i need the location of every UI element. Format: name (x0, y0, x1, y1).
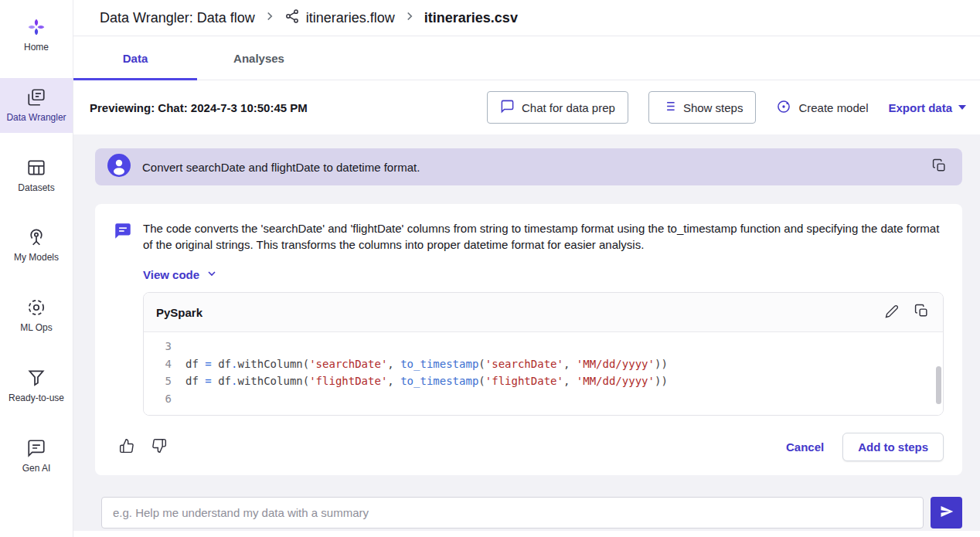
assistant-message-text: The code converts the 'searchDate' and '… (143, 221, 943, 253)
thumbs-down-icon (151, 438, 167, 456)
previewing-label: Previewing: Chat: 2024-7-3 10:50:45 PM (90, 101, 308, 114)
chat-input[interactable] (101, 497, 924, 529)
sidebar-item-label: ML Ops (20, 323, 53, 334)
send-button[interactable] (931, 497, 962, 529)
code-line: 3 (151, 338, 932, 355)
my-models-icon (26, 227, 46, 247)
chevron-right-icon (403, 9, 417, 26)
sidebar: Home Data Wrangler Datasets My Models ML… (0, 0, 73, 537)
code-block: PySpark 34df = df.withColumn('searchDate… (143, 292, 944, 416)
assistant-head: The code converts the 'searchDate' and '… (113, 221, 944, 253)
user-message-text: Convert searchDate and flightDate to dat… (142, 161, 919, 174)
breadcrumb-data-flow[interactable]: Data Wrangler: Data flow (100, 10, 255, 26)
flow-icon (284, 8, 300, 28)
sidebar-item-datasets[interactable]: Datasets (0, 148, 73, 203)
sidebar-item-my-models[interactable]: My Models (0, 218, 73, 273)
create-model-button[interactable]: Create model (776, 99, 868, 117)
footer-actions: Cancel Add to steps (786, 433, 944, 461)
copy-message-button[interactable] (931, 157, 948, 177)
app-root: Home Data Wrangler Datasets My Models ML… (0, 0, 980, 537)
tab-analyses[interactable]: Analyses (197, 36, 321, 80)
add-to-steps-button[interactable]: Add to steps (842, 433, 944, 461)
breadcrumb-flow-label: itineraries.flow (306, 10, 395, 26)
breadcrumb: Data Wrangler: Data flow itineraries.flo… (73, 0, 980, 36)
gen-ai-icon (26, 438, 46, 458)
main-panel: Data Wrangler: Data flow itineraries.flo… (73, 0, 980, 537)
sidebar-item-ready-to-use[interactable]: Ready-to-use (0, 359, 73, 413)
sidebar-item-label: Ready-to-use (9, 393, 64, 404)
export-data-label: Export data (888, 101, 952, 114)
tab-bar: Data Analyses (73, 36, 980, 80)
export-data-button[interactable]: Export data (888, 101, 966, 114)
thumbs-down-button[interactable] (150, 437, 168, 457)
edit-code-button[interactable] (883, 303, 900, 322)
toolbar: Previewing: Chat: 2024-7-3 10:50:45 PM C… (73, 80, 980, 134)
home-logo-icon (26, 17, 46, 37)
caret-down-icon (958, 105, 966, 110)
breadcrumb-csv-file: itineraries.csv (424, 10, 518, 26)
pencil-icon (885, 304, 899, 321)
create-model-label: Create model (798, 101, 868, 114)
chevron-right-icon (263, 9, 277, 26)
code-line: 4df = df.withColumn('searchDate', to_tim… (151, 355, 932, 373)
sidebar-item-label: Data Wrangler (6, 113, 66, 124)
sidebar-item-data-wrangler[interactable]: Data Wrangler (0, 78, 73, 133)
user-avatar (107, 154, 131, 180)
send-icon (939, 504, 954, 522)
chat-for-data-prep-button[interactable]: Chat for data prep (487, 91, 628, 124)
toolbar-actions: Chat for data prep Show steps Create mod… (487, 91, 966, 124)
sidebar-item-gen-ai[interactable]: Gen AI (0, 429, 73, 484)
chat-bubble-icon (500, 99, 515, 116)
assistant-card-footer: Cancel Add to steps (113, 433, 944, 461)
thumbs-up-icon (119, 438, 134, 456)
data-wrangler-icon (26, 87, 46, 107)
chat-for-data-prep-label: Chat for data prep (522, 101, 615, 114)
code-line: 6 (151, 390, 932, 408)
cancel-button[interactable]: Cancel (786, 440, 824, 454)
code-scrollbar (936, 337, 941, 410)
copy-code-button[interactable] (913, 302, 931, 322)
view-code-label: View code (143, 268, 199, 281)
breadcrumb-flow-file[interactable]: itineraries.flow (284, 8, 395, 28)
assistant-chat-icon (113, 221, 133, 244)
code-scrollbar-thumb[interactable] (936, 366, 941, 404)
show-steps-label: Show steps (683, 101, 744, 114)
sidebar-item-label: My Models (14, 253, 59, 263)
sidebar-item-label: Gen AI (22, 464, 51, 474)
assistant-message-card: The code converts the 'searchDate' and '… (95, 204, 962, 475)
sidebar-item-home[interactable]: Home (0, 8, 73, 63)
sidebar-item-label: Datasets (18, 183, 54, 194)
chevron-down-icon (206, 267, 218, 282)
code-language-label: PySpark (156, 306, 202, 319)
ml-ops-icon (26, 297, 46, 318)
thumbs-up-button[interactable] (117, 437, 136, 457)
user-message: Convert searchDate and flightDate to dat… (95, 148, 962, 185)
copy-icon (932, 158, 947, 175)
model-icon (776, 99, 791, 117)
copy-icon (914, 304, 929, 321)
feedback-controls (117, 437, 168, 457)
view-code-toggle[interactable]: View code (143, 267, 218, 282)
chat-input-row (101, 497, 962, 529)
datasets-icon (26, 158, 46, 178)
sidebar-item-label: Home (24, 42, 49, 53)
code-header-actions (883, 302, 931, 322)
show-steps-button[interactable]: Show steps (648, 91, 757, 124)
code-editor: 34df = df.withColumn('searchDate', to_ti… (144, 332, 943, 415)
sidebar-item-ml-ops[interactable]: ML Ops (0, 288, 73, 343)
code-line: 5df = df.withColumn('flightDate', to_tim… (151, 372, 932, 390)
ready-to-use-icon (26, 368, 46, 388)
steps-list-icon (662, 99, 676, 116)
code-block-header: PySpark (144, 293, 943, 332)
tab-data[interactable]: Data (73, 36, 197, 80)
code-lines: 34df = df.withColumn('searchDate', to_ti… (151, 338, 932, 407)
chat-panel: Convert searchDate and flightDate to dat… (73, 134, 980, 531)
